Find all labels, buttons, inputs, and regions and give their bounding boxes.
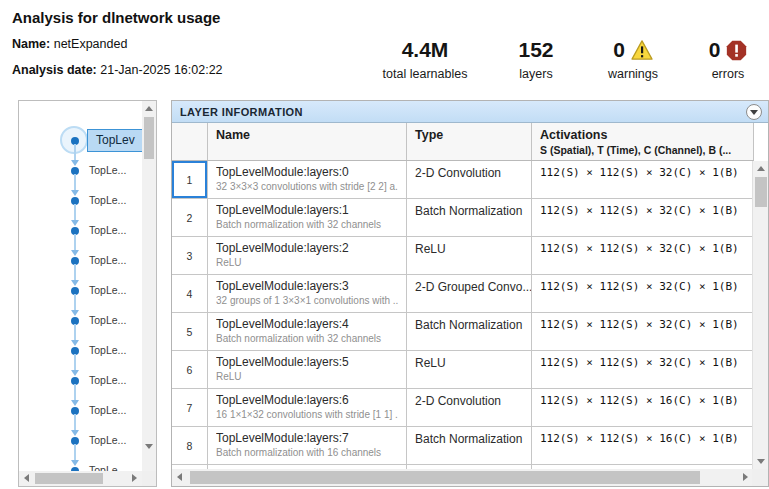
- table-row[interactable]: 7 TopLevelModule:layers:6 16 1×1×32 conv…: [172, 389, 754, 427]
- total-learnables-value: 4.4M: [402, 38, 449, 62]
- scroll-down-icon[interactable]: [757, 459, 765, 464]
- scroll-right-icon[interactable]: [743, 473, 748, 481]
- row-number-cell[interactable]: 7: [172, 389, 208, 426]
- collapse-panel-button[interactable]: [746, 104, 762, 120]
- table-row[interactable]: 6 TopLevelModule:layers:5 ReLU ReLU 112(…: [172, 351, 754, 389]
- date-value: 21-Jan-2025 16:02:22: [100, 63, 222, 77]
- row-type[interactable]: 2-D Convolution: [407, 161, 532, 198]
- arrow-down-icon: [71, 310, 79, 316]
- row-number-cell[interactable]: 6: [172, 351, 208, 388]
- table-hscroll-thumb[interactable]: [190, 471, 700, 484]
- table-vertical-scrollbar[interactable]: [752, 161, 768, 469]
- graph-node-label[interactable]: TopLev: [87, 129, 144, 152]
- table-row[interactable]: 1 TopLevelModule:layers:0 32 3×3×3 convo…: [172, 161, 754, 199]
- graph-nodes: TopLev TopLe... TopLe... TopLe... TopLe.…: [19, 101, 156, 486]
- graph-node-label: TopLe...: [89, 374, 126, 386]
- row-type[interactable]: 2-D Grouped Convo...: [407, 275, 532, 312]
- row-activations[interactable]: 112(S) × 112(S) × 32(C) × 1(B): [532, 199, 754, 236]
- row-activations[interactable]: 112(S) × 112(S) × 32(C) × 1(B): [532, 313, 754, 350]
- row-name-cell[interactable]: TopLevelModule:layers:2 ReLU: [208, 237, 407, 274]
- row-number-cell[interactable]: 8: [172, 427, 208, 464]
- graph-node[interactable]: TopLe...: [19, 396, 156, 426]
- column-header-number[interactable]: [172, 123, 208, 160]
- errors-label: errors: [686, 67, 769, 81]
- stat-total-learnables: 4.4M total learnables: [368, 36, 482, 88]
- edge-connector: [74, 444, 76, 463]
- row-number-cell[interactable]: 5: [172, 313, 208, 350]
- graph-node[interactable]: TopLe...: [19, 216, 156, 246]
- row-name-cell[interactable]: TopLevelModule:layers:0 32 3×3×3 convolu…: [208, 161, 407, 198]
- edge-connector: [74, 294, 76, 313]
- warnings-value: 0: [613, 38, 625, 62]
- scroll-left-icon[interactable]: [24, 474, 29, 482]
- scrollbar-corner: [142, 471, 156, 486]
- graph-node-selected[interactable]: TopLev: [19, 126, 156, 156]
- row-name-cell[interactable]: TopLevelModule:layers:7 Batch normalizat…: [208, 427, 407, 464]
- graph-node[interactable]: TopLe...: [19, 426, 156, 456]
- row-name-cell[interactable]: TopLevelModule:layers:3 32 groups of 1 3…: [208, 275, 407, 312]
- column-header-name[interactable]: Name: [208, 123, 407, 160]
- row-activations[interactable]: 112(S) × 112(S) × 32(C) × 1(B): [532, 275, 754, 312]
- table-vscroll-thumb[interactable]: [755, 177, 767, 207]
- layers-label: layers: [497, 67, 575, 81]
- graph-node[interactable]: TopLe...: [19, 246, 156, 276]
- row-number-cell[interactable]: 2: [172, 199, 208, 236]
- graph-node[interactable]: TopLe...: [19, 276, 156, 306]
- graph-vertical-scrollbar[interactable]: [142, 101, 156, 471]
- graph-node-label: TopLe...: [89, 344, 126, 356]
- row-name: TopLevelModule:layers:6: [216, 393, 398, 407]
- row-activations[interactable]: 112(S) × 112(S) × 16(C) × 1(B): [532, 389, 754, 426]
- table-row[interactable]: 8 TopLevelModule:layers:7 Batch normaliz…: [172, 427, 754, 465]
- graph-horizontal-scrollbar[interactable]: [19, 471, 142, 486]
- row-name-cell[interactable]: TopLevelModule:layers:4 Batch normalizat…: [208, 313, 407, 350]
- scroll-right-icon[interactable]: [132, 474, 137, 482]
- row-name: TopLevelModule:layers:0: [216, 165, 398, 179]
- graph-node[interactable]: TopLe...: [19, 336, 156, 366]
- arrow-down-icon: [71, 460, 79, 466]
- row-number-cell[interactable]: 4: [172, 275, 208, 312]
- row-type[interactable]: ReLU: [407, 237, 532, 274]
- row-type[interactable]: ReLU: [407, 351, 532, 388]
- row-name: TopLevelModule:layers:5: [216, 355, 398, 369]
- table-horizontal-scrollbar[interactable]: [172, 469, 752, 486]
- total-learnables-label: total learnables: [368, 67, 482, 81]
- scroll-up-icon[interactable]: [145, 106, 153, 111]
- row-type[interactable]: Batch Normalization: [407, 313, 532, 350]
- graph-node[interactable]: TopLe...: [19, 156, 156, 186]
- graph-node[interactable]: TopLe...: [19, 306, 156, 336]
- row-activations[interactable]: 112(S) × 112(S) × 32(C) × 1(B): [532, 351, 754, 388]
- table-row[interactable]: 5 TopLevelModule:layers:4 Batch normaliz…: [172, 313, 754, 351]
- column-header-type[interactable]: Type: [407, 123, 532, 160]
- arrow-down-icon: [71, 340, 79, 346]
- row-type[interactable]: 2-D Convolution: [407, 389, 532, 426]
- edge-connector: [74, 324, 76, 343]
- row-number-cell[interactable]: 1: [172, 161, 208, 198]
- date-label: Analysis date:: [12, 63, 97, 77]
- network-analyzer-window: Analysis for dlnetwork usage Name: netEx…: [0, 0, 769, 489]
- graph-node[interactable]: TopLe...: [19, 186, 156, 216]
- graph-vscroll-thumb[interactable]: [144, 117, 154, 159]
- network-graph-panel: TopLev TopLe... TopLe... TopLe... TopLe.…: [18, 100, 157, 487]
- graph-hscroll-thumb[interactable]: [35, 473, 103, 484]
- row-activations[interactable]: 112(S) × 112(S) × 16(C) × 1(B): [532, 427, 754, 464]
- row-number-cell[interactable]: 3: [172, 237, 208, 274]
- table-row[interactable]: 3 TopLevelModule:layers:2 ReLU ReLU 112(…: [172, 237, 754, 275]
- table-row[interactable]: 2 TopLevelModule:layers:1 Batch normaliz…: [172, 199, 754, 237]
- row-name-cell[interactable]: TopLevelModule:layers:5 ReLU: [208, 351, 407, 388]
- scroll-left-icon[interactable]: [177, 473, 182, 481]
- column-header-activations[interactable]: Activations S (Spatial), T (Time), C (Ch…: [532, 123, 753, 160]
- row-name-cell[interactable]: TopLevelModule:layers:6 16 1×1×32 convol…: [208, 389, 407, 426]
- edge-connector: [74, 354, 76, 373]
- row-activations[interactable]: 112(S) × 112(S) × 32(C) × 1(B): [532, 237, 754, 274]
- network-name-line: Name: netExpanded: [12, 37, 127, 51]
- row-name-cell[interactable]: TopLevelModule:layers:1 Batch normalizat…: [208, 199, 407, 236]
- row-description: ReLU: [216, 257, 398, 268]
- row-description: 32 3×3×3 convolutions with stride [2 2] …: [216, 181, 398, 192]
- graph-node[interactable]: TopLe...: [19, 366, 156, 396]
- scroll-down-icon[interactable]: [145, 444, 153, 449]
- row-type[interactable]: Batch Normalization: [407, 199, 532, 236]
- row-type[interactable]: Batch Normalization: [407, 427, 532, 464]
- table-row[interactable]: 4 TopLevelModule:layers:3 32 groups of 1…: [172, 275, 754, 313]
- row-activations[interactable]: 112(S) × 112(S) × 32(C) × 1(B): [532, 161, 754, 198]
- scroll-up-icon[interactable]: [757, 166, 765, 171]
